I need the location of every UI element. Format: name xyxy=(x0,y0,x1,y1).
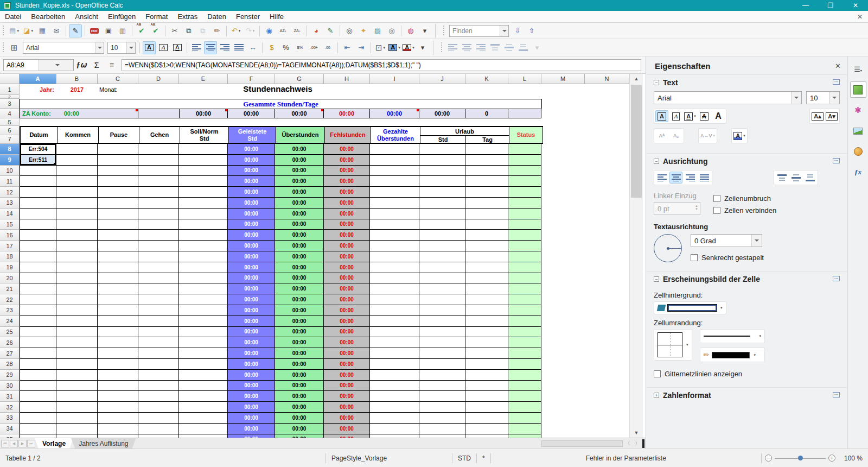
cell-g23[interactable]: 00:00 xyxy=(275,305,324,316)
cell-b8[interactable] xyxy=(56,144,98,155)
cell-f28[interactable]: 00:00 xyxy=(228,359,275,370)
print-button[interactable]: ▣ xyxy=(102,24,115,37)
align-bottom-button[interactable] xyxy=(803,172,816,184)
cell-a12[interactable] xyxy=(20,187,56,198)
cell-j21[interactable] xyxy=(419,283,465,294)
row-header[interactable]: 7 xyxy=(0,135,20,144)
cell-f19[interactable]: 00:00 xyxy=(228,262,275,273)
cell-g16[interactable]: 00:00 xyxy=(275,230,324,241)
cell-i13[interactable] xyxy=(370,198,419,209)
collapse-icon[interactable]: − xyxy=(654,80,659,85)
toolbar-overflow-button[interactable]: ▾ xyxy=(531,41,544,54)
cell-j17[interactable] xyxy=(419,241,465,251)
rotation-dial[interactable] xyxy=(654,234,682,262)
dropdown-arrow-icon[interactable]: ▾ xyxy=(239,29,241,33)
chevron-down-icon[interactable]: ▾ xyxy=(754,353,756,357)
cell-h25[interactable]: 00:00 xyxy=(324,327,370,338)
menu-extras[interactable]: Extras xyxy=(173,11,202,22)
row-header[interactable]: 17 xyxy=(0,241,20,251)
dropdown-arrow-icon[interactable]: ▾ xyxy=(384,46,386,50)
align-left-button[interactable] xyxy=(655,172,668,184)
align-center-button[interactable] xyxy=(669,172,682,184)
merge-cells-checkbox[interactable] xyxy=(713,207,720,214)
dialog-launcher-icon[interactable] xyxy=(833,276,840,281)
autospellcheck-button[interactable]: ✔ xyxy=(149,24,162,37)
cell-f21[interactable]: 00:00 xyxy=(228,283,275,294)
cell-j4[interactable]: 00:00 xyxy=(419,109,465,118)
cell-b16[interactable] xyxy=(56,230,98,241)
cell-j23[interactable] xyxy=(419,305,465,316)
cell-c15[interactable] xyxy=(98,219,138,230)
cell-c9[interactable] xyxy=(98,155,138,166)
cell-i20[interactable] xyxy=(370,273,419,284)
cell-d27[interactable] xyxy=(138,348,179,359)
text-center-horizontal-button[interactable] xyxy=(460,41,473,54)
cell-l14[interactable] xyxy=(508,209,541,219)
cell-c30[interactable] xyxy=(98,381,138,392)
cell-j33[interactable] xyxy=(419,413,465,424)
cell-l32[interactable] xyxy=(508,402,541,413)
cell-d26[interactable] xyxy=(138,337,179,348)
row-header[interactable]: 21 xyxy=(0,283,20,294)
cell-h21[interactable]: 00:00 xyxy=(324,283,370,294)
cell-c14[interactable] xyxy=(98,209,138,219)
header-gezahlte-ueberstunden[interactable]: GezahlteÜberstunden xyxy=(371,127,420,143)
row-header[interactable]: 28 xyxy=(0,359,20,370)
italic-button[interactable]: A xyxy=(669,110,682,122)
cell-c25[interactable] xyxy=(98,327,138,338)
chevron-down-icon[interactable]: ▾ xyxy=(686,343,688,347)
cell-a27[interactable] xyxy=(20,348,56,359)
increase-font-button[interactable]: A▴ xyxy=(811,110,824,122)
cell-k15[interactable] xyxy=(465,219,508,230)
border-grid-button[interactable]: ⊞ xyxy=(8,41,21,54)
cell-d32[interactable] xyxy=(138,402,179,413)
cell-g32[interactable]: 00:00 xyxy=(275,402,324,413)
underline-button[interactable]: A xyxy=(171,41,184,54)
cell-f10[interactable]: 00:00 xyxy=(228,166,275,176)
align-justify-button[interactable] xyxy=(232,41,245,54)
cell-i12[interactable] xyxy=(370,187,419,198)
cell-d30[interactable] xyxy=(138,381,179,392)
cell-l31[interactable] xyxy=(508,391,541,402)
cell-f15[interactable]: 00:00 xyxy=(228,219,275,230)
cell-a1[interactable]: Jahr: xyxy=(20,84,56,95)
column-header-a[interactable]: A xyxy=(20,74,56,84)
edit-mode-button[interactable]: ✎ xyxy=(69,24,82,37)
cell-l29[interactable] xyxy=(508,370,541,381)
scroll-right-icon[interactable]: 〉 xyxy=(633,439,642,448)
header-urlaub-std[interactable]: Std xyxy=(420,136,466,143)
text-center-vertical-button[interactable] xyxy=(502,41,515,54)
cell-l23[interactable] xyxy=(508,305,541,316)
cell-l21[interactable] xyxy=(508,283,541,294)
row-header[interactable]: 6 xyxy=(0,126,20,135)
cell-k20[interactable] xyxy=(465,273,508,284)
cell-b17[interactable] xyxy=(56,241,98,251)
cell-k24[interactable] xyxy=(465,316,508,327)
cell-k12[interactable] xyxy=(465,187,508,198)
cell-k16[interactable] xyxy=(465,230,508,241)
row-header[interactable]: 12 xyxy=(0,187,20,198)
cell-j20[interactable] xyxy=(419,273,465,284)
cell-i29[interactable] xyxy=(370,370,419,381)
dropdown-arrow-icon[interactable]: ▾ xyxy=(398,46,400,50)
cell-h23[interactable]: 00:00 xyxy=(324,305,370,316)
cell-e22[interactable] xyxy=(179,294,228,305)
cell-e19[interactable] xyxy=(179,262,228,273)
row-header[interactable]: 10 xyxy=(0,166,20,176)
menu-einfuegen[interactable]: Einfügen xyxy=(103,11,141,22)
cell-h8[interactable]: 00:00 xyxy=(324,144,370,155)
new-document-button[interactable]: ▤▾ xyxy=(8,24,21,37)
cell-b32[interactable] xyxy=(56,402,98,413)
sort-ascending-button[interactable]: AZ↓ xyxy=(277,24,290,37)
text-align-right-button[interactable] xyxy=(474,41,487,54)
cell-e9[interactable] xyxy=(179,155,228,166)
cell-j18[interactable] xyxy=(419,251,465,262)
cell-d18[interactable] xyxy=(138,251,179,262)
cell-i8[interactable] xyxy=(370,144,419,155)
chevron-down-icon[interactable]: ▾ xyxy=(760,334,762,338)
row-header[interactable]: 23 xyxy=(0,305,20,316)
window-split-handle[interactable] xyxy=(642,439,644,448)
cell-d21[interactable] xyxy=(138,283,179,294)
cell-g20[interactable]: 00:00 xyxy=(275,273,324,284)
sum-button[interactable]: Σ xyxy=(90,59,104,72)
